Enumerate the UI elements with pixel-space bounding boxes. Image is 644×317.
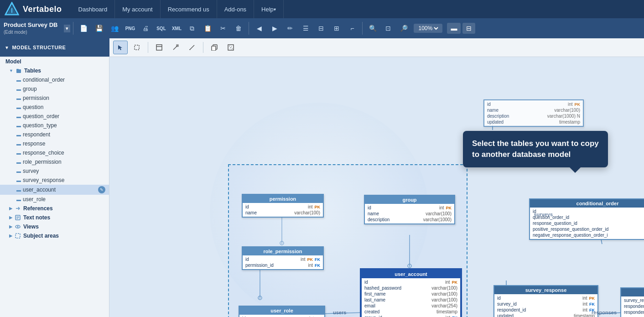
area-label-users: users [333, 310, 346, 315]
sidebar-table-permission[interactable]: ▬ permission [0, 94, 109, 103]
zoom-fit-btn[interactable]: ⊡ [381, 21, 395, 36]
sidebar-table-role_permission[interactable]: ▬ role_permission [0, 157, 109, 166]
table-row: answer varchar(1000) [621, 315, 644, 317]
users-btn[interactable]: 👥 [107, 21, 122, 36]
table-user_account[interactable]: user_account id int PK hashed_password v… [361, 269, 461, 317]
tables-folder-icon [16, 68, 21, 73]
redo-btn[interactable]: ▶ [267, 21, 282, 36]
sidebar-table-survey_response[interactable]: ▬ survey_response [0, 176, 109, 185]
undo-btn[interactable]: ◀ [252, 21, 266, 36]
table-response[interactable]: response survey_response_id int PK FK re… [620, 287, 644, 317]
table-name-response_choice: response_choice [23, 150, 64, 156]
sidebar-table-question[interactable]: ▬ question [0, 103, 109, 112]
sidebar-table-survey[interactable]: ▬ survey [0, 166, 109, 176]
table-survey_response[interactable]: survey_response id int PK survey_id int … [493, 285, 598, 317]
relation-tool-btn[interactable] [168, 41, 183, 54]
sidebar-table-conditional_order[interactable]: ▬ conditional_order [0, 75, 109, 84]
db-dropdown-btn[interactable]: ▾ [64, 25, 70, 32]
sidebar-table-response_choice[interactable]: ▬ response_choice [0, 148, 109, 157]
save-btn[interactable]: 💾 [92, 21, 106, 36]
table-tool-btn[interactable] [152, 41, 166, 54]
print-btn[interactable]: 🖨 [138, 21, 153, 36]
new-btn[interactable]: 📄 [76, 21, 91, 36]
sidebar: Model ▼ Tables ▬ conditional_order ▬ gro… [0, 57, 109, 317]
table-permission[interactable]: permission id int PK name varchar(100) [242, 194, 324, 218]
png-btn[interactable]: PNG [123, 21, 137, 36]
svg-rect-5 [156, 45, 162, 50]
nav-my-account[interactable]: My account [115, 0, 160, 18]
svg-line-9 [190, 45, 194, 50]
area-label-surveys: surveys [534, 212, 553, 217]
table-icon-question_type: ▬ [16, 123, 21, 128]
tree-tables[interactable]: ▼ Tables [0, 66, 109, 75]
arrange-btn[interactable]: ⊞ [329, 21, 344, 36]
views-icon [15, 224, 21, 229]
table-row: id int PK [365, 205, 454, 211]
nav-help[interactable]: Help [254, 0, 284, 18]
model-structure-header[interactable]: ▼ MODEL STRUCTURE [0, 38, 109, 57]
zoom-out-btn[interactable]: 🔍 [365, 21, 380, 36]
zoom-control[interactable]: 100% 50% 75% 125% 150% [414, 24, 442, 33]
table-row: permission_id int FK [243, 262, 323, 268]
svg-point-35 [408, 264, 411, 268]
table-row: name varchar(100) [484, 107, 583, 113]
table-name-question_order: question_order [23, 113, 59, 120]
tree-subject-areas[interactable]: ▶ Subject areas [0, 231, 109, 240]
edit-btn[interactable]: ✏ [283, 21, 297, 36]
xml-btn[interactable]: XML [169, 21, 184, 36]
table-header-response: response [621, 288, 644, 296]
table-body-response: survey_response_id int PK FK respondent_… [621, 296, 644, 317]
text-notes-toggle-icon: ▶ [9, 215, 12, 220]
svg-rect-12 [212, 46, 216, 51]
tree-model[interactable]: Model [0, 57, 109, 66]
rect-select-tool-btn[interactable] [130, 41, 144, 54]
sidebar-table-question_type[interactable]: ▬ question_type [0, 121, 109, 130]
nav-dashboard[interactable]: Dashboard [71, 0, 115, 18]
tree-views[interactable]: ▶ Views [0, 222, 109, 231]
cut-btn[interactable]: ✂ [216, 21, 230, 36]
list-btn[interactable]: ☰ [298, 21, 313, 36]
sidebar-table-respondent[interactable]: ▬ respondent [0, 130, 109, 139]
sidebar-table-question_order[interactable]: ▬ question_order [0, 112, 109, 121]
table-user_role[interactable]: user_role id int PK name varchar(100) de… [239, 306, 325, 317]
table-row: respondent_id int FK [494, 307, 597, 313]
section-title: MODEL STRUCTURE [12, 45, 66, 50]
table-row: updated timestamp [484, 119, 583, 125]
nav-recommend-us[interactable]: Recommend us [161, 0, 217, 18]
tree-references[interactable]: ▶ References [0, 204, 109, 213]
sidebar-table-response[interactable]: ▬ response [0, 139, 109, 148]
svg-rect-17 [16, 69, 21, 73]
table-icon-permission: ▬ [16, 96, 21, 101]
copy-btn[interactable]: ⧉ [185, 21, 199, 36]
table-conditional_order[interactable]: conditional_order id int PK question_ord… [529, 198, 644, 240]
align-btn[interactable]: ⊟ [314, 21, 328, 36]
table-top-right[interactable]: id int PK name varchar(100) description … [483, 99, 584, 127]
copy-tool-btn[interactable] [207, 41, 222, 54]
paste-btn[interactable]: 📋 [200, 21, 215, 36]
sidebar-table-user_role[interactable]: ▬ user_role [0, 195, 109, 204]
sql-btn[interactable]: SQL [154, 21, 168, 36]
sidebar-table-user_account[interactable]: ▬ user_account ✎ [0, 185, 109, 195]
sidebar-table-group[interactable]: ▬ group [0, 84, 109, 94]
table-name-respondent: respondent [23, 131, 50, 138]
delete-btn[interactable]: 🗑 [231, 21, 246, 36]
zoom-select[interactable]: 100% 50% 75% 125% 150% [416, 25, 440, 32]
rect-select-icon [134, 44, 140, 51]
hatched-tool-btn[interactable] [223, 41, 238, 54]
zoom-in-btn[interactable]: 🔎 [396, 21, 411, 36]
corner-btn[interactable]: ⌐ [345, 21, 359, 36]
svg-point-32 [258, 296, 262, 300]
tree-text-notes[interactable]: ▶ Text notes [0, 213, 109, 222]
views-label: Views [23, 223, 39, 230]
canvas-area[interactable]: Select the tables you want to copyto ano… [109, 57, 644, 317]
split-view-btn[interactable]: ⊟ [462, 23, 475, 34]
single-view-btn[interactable]: ▬ [447, 23, 461, 34]
table-row: name varchar(100) [243, 210, 323, 216]
table-row: respondent_id int PK FK [621, 303, 644, 309]
table-group[interactable]: group id int PK name varchar(100) descri… [364, 195, 455, 224]
ident-relation-tool-btn[interactable] [185, 41, 199, 54]
select-tool-btn[interactable] [113, 41, 128, 54]
svg-line-14 [229, 46, 230, 47]
nav-add-ons[interactable]: Add-ons [217, 0, 254, 18]
table-role_permission[interactable]: role_permission id int PK FK permission_… [242, 246, 324, 270]
